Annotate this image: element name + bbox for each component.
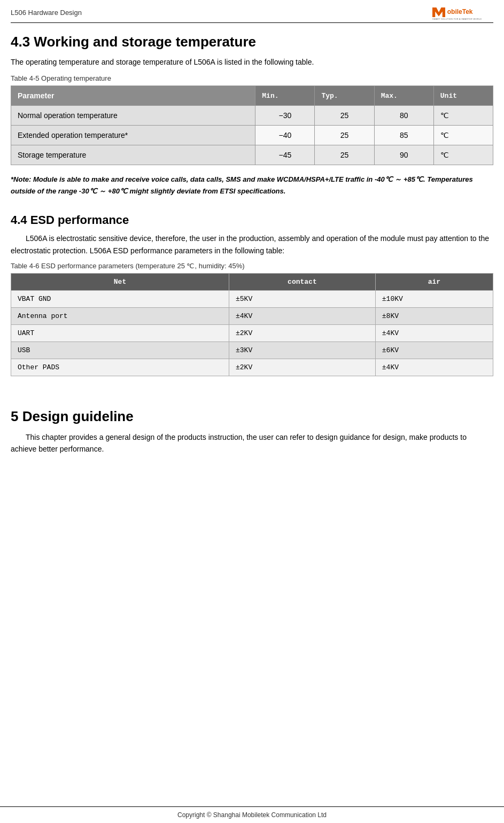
section-5: 5 Design guideline This chapter provides… xyxy=(11,408,493,455)
esd-contact-cell: ±4KV xyxy=(229,307,376,324)
esd-table-row: USB ±3KV ±6KV xyxy=(11,341,493,359)
svg-text:SMART SOLUTION FOR A SMARTER W: SMART SOLUTION FOR A SMARTER WORLD xyxy=(432,18,482,20)
col-header-max: Max. xyxy=(374,86,433,106)
typ-cell: 25 xyxy=(315,126,374,145)
temperature-table: Parameter Min. Typ. Max. Unit Normal ope… xyxy=(11,86,493,165)
section-43-heading: 4.3 Working and storage temperature xyxy=(11,34,493,50)
typ-cell: 25 xyxy=(315,106,374,126)
svg-text:obileTek: obileTek xyxy=(447,8,473,15)
esd-air-cell: ±6KV xyxy=(375,341,493,359)
esd-contact-cell: ±5KV xyxy=(229,290,376,307)
col-header-parameter: Parameter xyxy=(11,86,255,106)
logo-area: obileTek SMART SOLUTION FOR A SMARTER WO… xyxy=(429,4,493,20)
esd-net-cell: UART xyxy=(11,324,229,341)
esd-net-cell: Antenna port xyxy=(11,307,229,324)
max-cell: 90 xyxy=(374,145,433,165)
min-cell: −45 xyxy=(255,145,315,165)
max-cell: 85 xyxy=(374,126,433,145)
esd-contact-cell: ±2KV xyxy=(229,359,376,376)
esd-net-cell: VBAT GND xyxy=(11,290,229,307)
section-44-heading: 4.4 ESD performance xyxy=(11,213,493,227)
esd-table: Net contact air VBAT GND ±5KV ±10KV Ante… xyxy=(11,273,493,376)
esd-contact-cell: ±3KV xyxy=(229,341,376,359)
esd-air-cell: ±8KV xyxy=(375,307,493,324)
esd-net-cell: Other PADS xyxy=(11,359,229,376)
page-footer: Copyright © Shanghai Mobiletek Communica… xyxy=(0,806,504,823)
esd-description: L506A is electrostatic sensitive device,… xyxy=(11,232,493,257)
table-45-caption: Table 4-5 Operating temperature xyxy=(11,74,493,82)
col-header-unit: Unit xyxy=(433,86,493,106)
section-43-intro: The operating temperature and storage te… xyxy=(11,57,493,68)
esd-col-net: Net xyxy=(11,273,229,290)
col-header-typ: Typ. xyxy=(315,86,374,106)
min-cell: −30 xyxy=(255,106,315,126)
table-46-caption: Table 4-6 ESD performance parameters (te… xyxy=(11,262,493,270)
min-cell: −40 xyxy=(255,126,315,145)
esd-table-row: Other PADS ±2KV ±4KV xyxy=(11,359,493,376)
svg-marker-0 xyxy=(432,7,445,17)
param-cell: Normal operation temperature xyxy=(11,106,255,126)
esd-contact-cell: ±2KV xyxy=(229,324,376,341)
esd-table-row: VBAT GND ±5KV ±10KV xyxy=(11,290,493,307)
col-header-min: Min. xyxy=(255,86,315,106)
param-cell: Storage temperature xyxy=(11,145,255,165)
copyright-text: Copyright © Shanghai Mobiletek Communica… xyxy=(177,811,327,819)
section-5-heading: 5 Design guideline xyxy=(11,408,493,425)
esd-col-contact: contact xyxy=(229,273,376,290)
esd-table-row: UART ±2KV ±4KV xyxy=(11,324,493,341)
section-5-desc: This chapter provides a general design o… xyxy=(11,431,493,455)
esd-net-cell: USB xyxy=(11,341,229,359)
page-header: L506 Hardware Design obileTek SMART SOLU… xyxy=(11,0,493,23)
table-row: Normal operation temperature −30 25 80 ℃ xyxy=(11,106,493,126)
esd-air-cell: ±10KV xyxy=(375,290,493,307)
document-title: L506 Hardware Design xyxy=(11,9,82,17)
unit-cell: ℃ xyxy=(433,106,493,126)
table-row: Extended operation temperature* −40 25 8… xyxy=(11,126,493,145)
company-logo: obileTek SMART SOLUTION FOR A SMARTER WO… xyxy=(429,4,493,20)
esd-air-cell: ±4KV xyxy=(375,324,493,341)
unit-cell: ℃ xyxy=(433,145,493,165)
temperature-note: *Note: Module is able to make and receiv… xyxy=(11,174,493,197)
typ-cell: 25 xyxy=(315,145,374,165)
esd-table-row: Antenna port ±4KV ±8KV xyxy=(11,307,493,324)
max-cell: 80 xyxy=(374,106,433,126)
esd-col-air: air xyxy=(375,273,493,290)
esd-air-cell: ±4KV xyxy=(375,359,493,376)
param-cell: Extended operation temperature* xyxy=(11,126,255,145)
table-row: Storage temperature −45 25 90 ℃ xyxy=(11,145,493,165)
unit-cell: ℃ xyxy=(433,126,493,145)
